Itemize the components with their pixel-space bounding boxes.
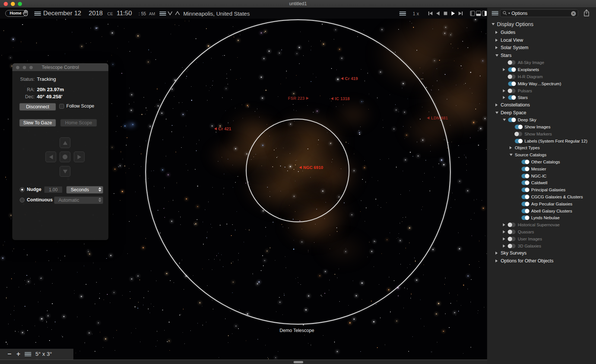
sidebar-item-principal-galaxies[interactable]: Principal Galaxies [487, 186, 596, 194]
panel-right-toggle[interactable] [482, 11, 487, 16]
disclosure-triangle-icon[interactable] [495, 252, 501, 255]
toggle-pulsars[interactable] [508, 89, 516, 93]
toggle-abell-galaxy-clusters[interactable] [522, 209, 529, 213]
toggle-other-catalogs[interactable] [522, 160, 529, 164]
toolbar-ampm[interactable]: AM [149, 12, 155, 16]
step-back-button[interactable] [435, 10, 441, 16]
fov-menu-icon[interactable] [25, 352, 31, 356]
toggle-h-r-diagram[interactable] [508, 74, 516, 79]
disclosure-triangle-icon[interactable] [503, 245, 508, 248]
telescope-panel-titlebar[interactable]: Telescope Control [12, 63, 108, 71]
play-button[interactable] [450, 10, 456, 16]
sidebar-item-ngc-ic[interactable]: NGC-IC [487, 172, 596, 179]
toggle-labels-system-font-regular-12[interactable] [515, 139, 522, 143]
sidebar-item-3d-galaxies[interactable]: 3D Galaxies [487, 242, 596, 249]
sidebar-menu-icon[interactable] [492, 11, 498, 15]
toggle-ngc-ic[interactable] [522, 174, 529, 178]
sidebar-item-options-for-other-objects[interactable]: Options for Other Objects [487, 257, 596, 265]
sidebar-item-solar-system[interactable]: Solar System [487, 44, 596, 52]
sidebar-item-display-options[interactable]: Display Options [487, 20, 596, 29]
sidebar-item-h-r-diagram[interactable]: H-R Diagram [487, 73, 596, 80]
continuous-radio[interactable] [20, 198, 25, 202]
zoom-out-button[interactable]: − [7, 349, 12, 360]
sidebar-item-labels-system-font-regular-12[interactable]: Labels (System Font Regular 12) [487, 137, 596, 144]
object-label-cr-421[interactable]: Cr 421 [214, 127, 231, 131]
disclosure-triangle-icon[interactable] [503, 230, 508, 233]
disclosure-triangle-icon[interactable] [510, 154, 515, 156]
toggle-user-images[interactable] [508, 237, 516, 241]
disclosure-triangle-icon[interactable] [495, 54, 501, 57]
disclosure-triangle-icon[interactable] [495, 112, 501, 114]
nudge-radio[interactable] [20, 187, 25, 192]
object-label-ngc-6910[interactable]: NGC 6910 [299, 165, 323, 170]
disclosure-triangle-icon[interactable] [495, 31, 501, 34]
panel-left-toggle[interactable] [470, 11, 475, 16]
maximize-button[interactable] [18, 2, 22, 6]
sidebar-item-all-sky-image[interactable]: All-Sky Image [487, 59, 596, 66]
toolbar-date[interactable]: December 12 [43, 10, 81, 17]
toggle-exoplanets[interactable] [508, 67, 516, 72]
skip-back-button[interactable] [428, 10, 434, 16]
close-button[interactable] [4, 2, 8, 6]
location-menu-icon[interactable] [159, 12, 166, 16]
zoom-in-button[interactable]: + [16, 349, 20, 360]
disclosure-triangle-icon[interactable] [510, 146, 515, 149]
horizontal-scrollbar[interactable] [0, 360, 487, 364]
toolbar-seconds[interactable]: : 55 [139, 11, 146, 16]
object-label-ic-1318[interactable]: IC 1318 [331, 96, 350, 101]
sidebar-item-cgcg-galaxies-clusters[interactable]: CGCG Galaxies & Clusters [487, 194, 596, 201]
toggle-historical-supernovae[interactable] [508, 223, 516, 227]
sidebar-item-sky-surveys[interactable]: Sky Surveys [487, 249, 596, 257]
toggle-caldwell[interactable] [522, 181, 529, 185]
nudge-unit-select[interactable]: Seconds [66, 186, 103, 194]
toggle-messier[interactable] [522, 167, 529, 171]
pan-hand-icon[interactable] [22, 9, 29, 18]
sidebar-item-other-catalogs[interactable]: Other Catalogs [487, 159, 596, 166]
share-icon[interactable] [583, 9, 590, 18]
toggle-quasars[interactable] [508, 230, 516, 234]
disclosure-triangle-icon[interactable] [503, 89, 508, 92]
nudge-up-button[interactable] [60, 137, 70, 148]
chevron-up-icon[interactable] [175, 10, 180, 16]
object-label-fsr-223[interactable]: FSR 223 [288, 96, 309, 100]
sidebar-item-show-markers[interactable]: Show Markers [487, 130, 596, 137]
time-flow-menu-icon[interactable] [399, 12, 406, 16]
sidebar-item-constellations[interactable]: Constellations [487, 101, 596, 109]
sidebar-item-source-catalogs[interactable]: Source Catalogs [487, 151, 596, 159]
fov-readout[interactable]: 5° x 3° [35, 351, 52, 357]
disclosure-triangle-icon[interactable] [492, 23, 497, 25]
toggle-all-sky-image[interactable] [508, 60, 516, 65]
sidebar-item-arp-peculiar-galaxies[interactable]: Arp Peculiar Galaxies [487, 200, 596, 207]
toggle-arp-peculiar-galaxies[interactable] [522, 202, 529, 206]
sidebar-item-user-images[interactable]: User Images [487, 235, 596, 242]
disclosure-triangle-icon[interactable] [503, 96, 508, 99]
toggle-3d-galaxies[interactable] [508, 244, 516, 248]
sidebar-item-show-images[interactable]: Show Images [487, 124, 596, 131]
toggle-stars[interactable] [508, 95, 516, 100]
nudge-amount-field[interactable] [44, 186, 63, 193]
toggle-principal-galaxies[interactable] [522, 188, 529, 192]
toggle-deep-sky[interactable] [508, 118, 516, 122]
object-label-cr-419[interactable]: Cr 419 [341, 76, 358, 81]
toggle-cgcg-galaxies-clusters[interactable] [522, 195, 529, 199]
disclosure-triangle-icon[interactable] [503, 237, 508, 240]
toolbar-location[interactable]: Minneapolis, United States [183, 10, 250, 17]
sidebar-item-stars[interactable]: Stars [487, 94, 596, 101]
toggle-milky-way-spectrum[interactable] [508, 82, 516, 86]
nudge-stop-button[interactable] [60, 151, 70, 162]
search-clear-button[interactable]: ✕ [571, 11, 576, 16]
sidebar-item-lynds-nebulae[interactable]: Lynds Nebulae [487, 214, 596, 221]
toolbar-year[interactable]: 2018 [89, 10, 103, 17]
disclosure-triangle-icon[interactable] [503, 223, 508, 226]
search-input[interactable] [511, 11, 567, 16]
follow-scope-checkbox[interactable] [59, 104, 64, 109]
time-speed[interactable]: 1 x [413, 11, 419, 16]
horizontal-scrollbar-thumb[interactable] [294, 361, 303, 363]
sidebar-item-abell-galaxy-clusters[interactable]: Abell Galaxy Clusters [487, 207, 596, 214]
minimize-button[interactable] [11, 2, 15, 6]
slew-to-gaze-button[interactable]: Slew To Gaze [19, 119, 56, 127]
toggle-show-markers[interactable] [515, 132, 522, 136]
disclosure-triangle-icon[interactable] [495, 46, 501, 49]
disclosure-triangle-icon[interactable] [503, 68, 508, 71]
disclosure-triangle-icon[interactable] [503, 119, 508, 121]
